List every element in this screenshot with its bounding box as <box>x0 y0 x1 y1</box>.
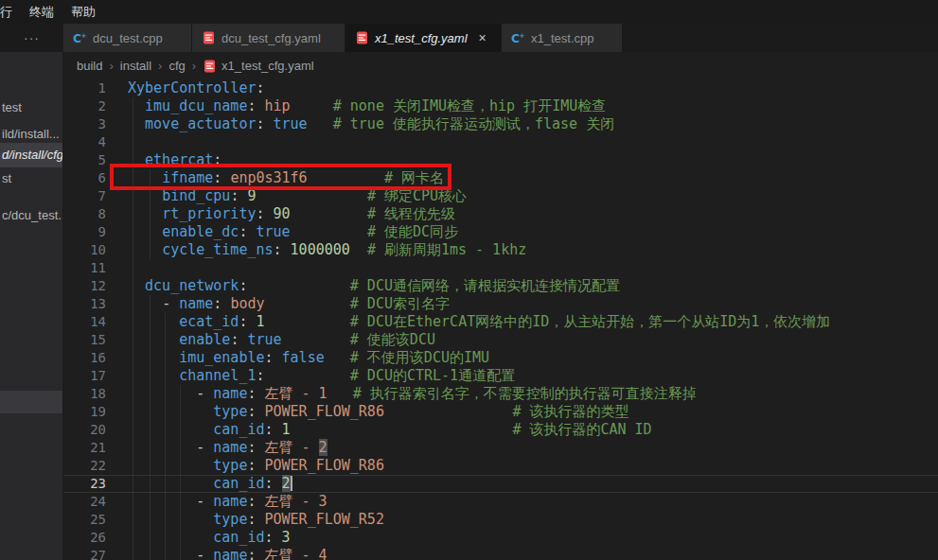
code-token: : <box>256 367 264 384</box>
sidebar-item-ild-install[interactable]: ild/install... <box>0 125 63 143</box>
tab-x1-test-cpp[interactable]: C++x1_test.cpp <box>502 24 623 52</box>
code-line-21[interactable]: 21 - name: 左臂 - 2 <box>63 439 938 457</box>
code-token <box>265 115 274 132</box>
code-token: type <box>213 511 247 528</box>
code-token <box>128 97 145 114</box>
code-token: : <box>274 241 282 258</box>
code-line-2[interactable]: 2 imu_dcu_name: hip # none 关闭IMU检查，hip 打… <box>63 97 938 115</box>
code-line-12[interactable]: 12 dcu_network: # DCU通信网络，请根据实机连接情况配置 <box>63 277 938 295</box>
code-token: # 刷新周期1ms - 1khz <box>367 241 526 258</box>
code-token <box>256 493 264 510</box>
code-line-13[interactable]: 13 - name: body # DCU索引名字 <box>63 295 938 313</box>
sidebar-item-c-dcu-test[interactable]: c/dcu_test... <box>0 206 63 224</box>
yaml-icon <box>355 31 369 44</box>
editor[interactable]: 1XyberController:2 imu_dcu_name: hip # n… <box>63 79 938 560</box>
code-token: # DCU通信网络，请根据实机连接情况配置 <box>350 277 620 294</box>
code-line-10[interactable]: 10 cycle_time_ns: 1000000 # 刷新周期1ms - 1k… <box>63 241 938 259</box>
code-token <box>282 331 350 348</box>
code-line-26[interactable]: 26 can_id: 3 <box>63 529 938 547</box>
cpp-icon: C++ <box>73 31 87 44</box>
line-number: 6 <box>63 169 106 187</box>
code-token: POWER_FLOW_R52 <box>265 511 384 528</box>
line-number: 3 <box>63 115 106 133</box>
code-token <box>256 385 264 402</box>
code-token <box>256 439 264 456</box>
sidebar-item-st[interactable]: st <box>0 169 63 187</box>
code-line-17[interactable]: 17 channel_1: # DCU的CTRL-1通道配置 <box>63 367 938 385</box>
code-token: true <box>256 223 290 240</box>
code-token <box>274 475 282 492</box>
code-line-4[interactable]: 4 <box>63 133 938 151</box>
breadcrumb-file[interactable]: x1_test_cfg.yaml <box>203 59 314 73</box>
code-token <box>128 313 179 330</box>
breadcrumb-segment-install[interactable]: install <box>120 59 151 73</box>
yaml-icon <box>203 60 217 73</box>
code-line-9[interactable]: 9 enable_dc: true # 使能DC同步 <box>63 223 938 241</box>
sidebar-item-test[interactable]: test <box>0 98 63 116</box>
code-token: 左臂 - 1 <box>265 385 327 402</box>
code-token: can_id <box>213 421 264 438</box>
code-token <box>291 97 333 114</box>
indent-guide <box>180 385 181 560</box>
code-token: name <box>213 547 247 560</box>
code-token: : <box>265 475 274 492</box>
code-token: 90 <box>274 205 291 222</box>
code-token: : <box>256 79 264 96</box>
code-token: 1 <box>256 313 264 330</box>
code-token: : <box>265 421 274 438</box>
code-token: : <box>256 205 264 222</box>
code-line-24[interactable]: 24 - name: 左臂 - 3 <box>63 493 938 511</box>
tab-dcu-test-cpp[interactable]: C++dcu_test.cpp <box>63 24 192 52</box>
code-token <box>128 439 196 456</box>
code-token <box>274 349 282 366</box>
code-token: # 该执行器的CAN ID <box>512 421 651 438</box>
code-line-20[interactable]: 20 can_id: 1 # 该执行器的CAN ID <box>63 421 938 439</box>
chevron-right-icon: › <box>151 59 168 73</box>
code-line-14[interactable]: 14 ecat_id: 1 # DCU在EtherCAT网络中的ID，从主站开始… <box>63 313 938 331</box>
code-line-3[interactable]: 3 move_actuator: true # true 使能执行器运动测试，f… <box>63 115 938 133</box>
breadcrumb-segment-cfg[interactable]: cfg <box>168 59 185 73</box>
code-token: - <box>196 439 204 456</box>
line-number: 5 <box>63 151 106 169</box>
breadcrumb-segment-build[interactable]: build <box>77 59 102 73</box>
code-token <box>256 403 264 420</box>
code-line-8[interactable]: 8 rt_priority: 90 # 线程优先级 <box>63 205 938 223</box>
code-token <box>291 205 367 222</box>
code-token <box>128 421 213 438</box>
code-line-22[interactable]: 22 type: POWER_FLOW_R86 <box>63 457 938 475</box>
tab-x1-test-cfg-yaml[interactable]: x1_test_cfg.yaml× <box>345 24 502 52</box>
code-token <box>274 421 282 438</box>
code-token <box>265 205 274 222</box>
menu-item-[interactable]: 帮助 <box>62 0 104 24</box>
line-number: 19 <box>63 403 106 421</box>
code-token: # 使能该DCU <box>350 331 435 348</box>
code-line-25[interactable]: 25 type: POWER_FLOW_R52 <box>63 511 938 529</box>
code-token: rt_priority <box>162 205 256 222</box>
code-token <box>327 385 353 402</box>
tabs-container: C++dcu_test.cppdcu_test_cfg.yamlx1_test_… <box>63 24 623 52</box>
code-token: 左臂 - 3 <box>265 493 327 510</box>
code-token <box>350 241 367 258</box>
code-line-15[interactable]: 15 enable: true # 使能该DCU <box>63 331 938 349</box>
line-number: 16 <box>63 349 106 367</box>
line-number: 20 <box>63 421 106 439</box>
tab-overflow-ellipsis[interactable]: ··· <box>0 24 63 52</box>
code-line-18[interactable]: 18 - name: 左臂 - 1 # 执行器索引名字，不需要控制的执行器可直接… <box>63 385 938 403</box>
code-token: 3 <box>282 529 291 546</box>
code-line-1[interactable]: 1XyberController: <box>63 79 938 97</box>
menu-item-[interactable]: 终端 <box>21 0 62 24</box>
line-number: 17 <box>63 367 106 385</box>
code-line-19[interactable]: 19 type: POWER_FLOW_R86 # 该执行器的类型 <box>63 403 938 421</box>
code-token: - <box>196 547 204 560</box>
code-line-16[interactable]: 16 imu_enable: false # 不使用该DCU的IMU <box>63 349 938 367</box>
code-token: move_actuator <box>145 115 256 132</box>
close-icon[interactable]: × <box>479 31 487 44</box>
tab-dcu-test-cfg-yaml[interactable]: dcu_test_cfg.yaml <box>192 24 345 52</box>
annotation-red-box <box>110 164 451 190</box>
code-token <box>128 115 145 132</box>
code-line-27[interactable]: 27 - name: 左臂 - 4 <box>63 547 938 560</box>
sidebar-item-d-install-cfg[interactable]: d/install/cfg <box>0 143 63 167</box>
menu-item-[interactable]: 行 <box>0 0 21 24</box>
code-line-23[interactable]: 23 can_id: 2 <box>63 475 938 493</box>
code-line-11[interactable]: 11 <box>63 259 938 277</box>
